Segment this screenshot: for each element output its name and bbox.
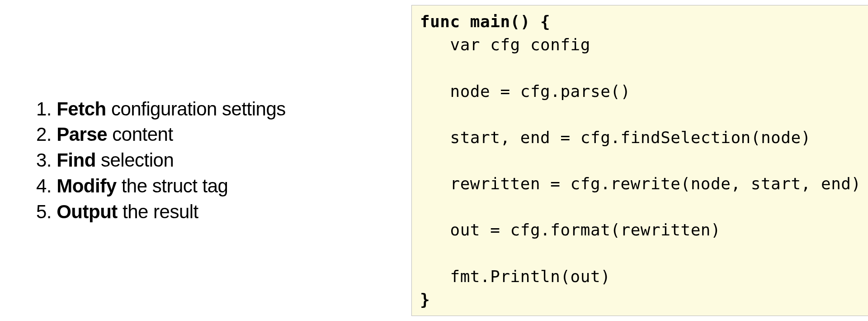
step-keyword: Find (57, 149, 96, 171)
code-line: out = cfg.format(rewritten) (420, 220, 721, 239)
step-item: Find selection (36, 148, 393, 173)
code-column: func main() { var cfg config node = cfg.… (411, 5, 868, 316)
step-keyword: Output (57, 201, 118, 222)
step-rest: the result (118, 201, 198, 222)
step-item: Output the result (36, 199, 393, 225)
step-keyword: Modify (57, 175, 116, 196)
step-keyword: Parse (57, 124, 107, 145)
step-keyword: Fetch (57, 98, 106, 120)
step-item: Modify the struct tag (36, 173, 393, 199)
code-line-open: func main() { (420, 12, 550, 31)
step-rest: configuration settings (106, 98, 286, 120)
code-line: fmt.Println(out) (420, 267, 610, 286)
slide-container: Fetch configuration settings Parse conte… (0, 0, 868, 321)
step-rest: selection (96, 149, 174, 171)
steps-list: Fetch configuration settings Parse conte… (36, 96, 393, 225)
code-block: func main() { var cfg config node = cfg.… (411, 5, 868, 316)
step-item: Parse content (36, 122, 393, 148)
step-item: Fetch configuration settings (36, 96, 393, 122)
steps-column: Fetch configuration settings Parse conte… (36, 96, 411, 225)
code-line: var cfg config (420, 35, 590, 54)
code-line: node = cfg.parse() (420, 82, 631, 101)
step-rest: content (107, 124, 173, 145)
step-rest: the struct tag (117, 175, 228, 196)
code-line-close: } (420, 290, 430, 309)
code-line: rewritten = cfg.rewrite(node, start, end… (420, 174, 861, 193)
code-line: start, end = cfg.findSelection(node) (420, 128, 811, 147)
